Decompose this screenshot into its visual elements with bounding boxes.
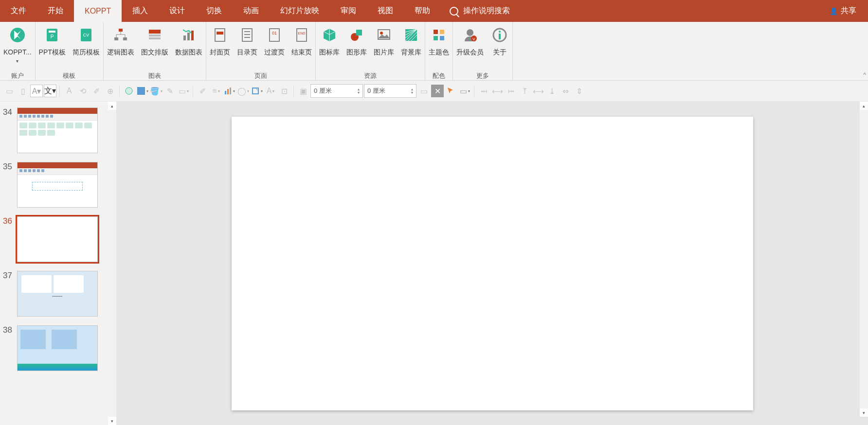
transition-page-button[interactable]: 01过渡页 [261, 26, 288, 70]
svg-rect-8 [123, 37, 127, 40]
shape-library-button[interactable]: 图形库 [343, 26, 370, 70]
scroll-down-button[interactable]: ▾ [108, 417, 116, 425]
cover-page-button[interactable]: 封面页 [206, 26, 234, 70]
svg-rect-6 [119, 29, 123, 32]
dist-v-icon: ⇕ [573, 85, 585, 97]
fill-color-button[interactable] [136, 85, 149, 97]
icon-library-button[interactable]: 图标库 [316, 26, 343, 70]
toc-page-button[interactable]: 目录页 [234, 26, 261, 70]
tab-view[interactable]: 视图 [367, 0, 404, 22]
slide-pane-scrollbar[interactable]: ▴ ▾ [108, 102, 116, 425]
align-left-icon: ▭ [3, 85, 16, 97]
svg-rect-7 [114, 37, 118, 40]
scroll-track[interactable] [860, 110, 868, 408]
share-button[interactable]: 共享 [818, 0, 868, 22]
background-library-button[interactable]: 背景库 [398, 26, 425, 70]
card-icon: ▭ [417, 85, 430, 97]
svg-rect-40 [227, 89, 229, 94]
tab-review[interactable]: 审阅 [330, 0, 367, 22]
pen-icon: ✎ [163, 85, 176, 97]
shapes-icon [348, 27, 365, 43]
tell-me-search[interactable]: 操作说明搜索 [450, 0, 510, 22]
theme-color-label: 主题色 [429, 48, 449, 56]
thumbnail [17, 325, 98, 371]
textbox-a-button[interactable]: A▾ [30, 85, 43, 97]
height-input[interactable]: 0 厘米▴▾ [364, 84, 416, 98]
chart-button[interactable] [223, 85, 236, 97]
shape-circle-button[interactable] [123, 85, 135, 97]
tab-help[interactable]: 帮助 [404, 0, 441, 22]
upgrade-button[interactable]: V升级会员 [453, 26, 487, 70]
collapse-ribbon-button[interactable]: ^ [863, 71, 866, 78]
ribbon-group-account-label: 账户 [0, 70, 35, 83]
slide-thumb-35[interactable]: 35 [0, 162, 108, 208]
slide-list[interactable]: 34 35 36 37 ▪▪▪▪▪▪▪▪▪▪▪▪ 38 [0, 102, 108, 425]
close-x-button[interactable]: ✕ [431, 85, 444, 97]
upgrade-label: 升级会员 [456, 48, 484, 56]
about-label: 关于 [493, 48, 506, 56]
svg-text:01: 01 [272, 31, 277, 35]
tab-home[interactable]: 开始 [37, 0, 74, 22]
ribbon-group-resource: 图标库 图形库 图片库 背景库 资源 [316, 22, 425, 80]
end-page-label: 结束页 [291, 48, 312, 56]
svg-rect-13 [187, 33, 190, 40]
layout-button[interactable]: 图文排版 [138, 26, 172, 70]
ppt-template-button[interactable]: P PPT模板 [36, 26, 69, 70]
scroll-up-button[interactable]: ▴ [860, 102, 868, 110]
svg-text:V: V [472, 37, 475, 41]
textbox-wen-button[interactable]: 文▾ [44, 85, 56, 97]
logic-chart-button[interactable]: 逻辑图表 [104, 26, 138, 70]
tab-animation[interactable]: 动画 [233, 0, 270, 22]
tab-koppt[interactable]: KOPPT [74, 0, 122, 22]
thumbnail [17, 216, 98, 262]
image-library-label: 图片库 [374, 48, 394, 56]
main-area: 34 35 36 37 ▪▪▪▪▪▪▪▪▪▪▪▪ 38 ▴ ▾ [0, 102, 868, 425]
theme-color-button[interactable]: 主题色 [425, 26, 452, 70]
end-page-button[interactable]: END结束页 [288, 26, 315, 70]
fit-button[interactable]: ▭ [458, 85, 471, 97]
slide-thumb-38[interactable]: 38 [0, 325, 108, 371]
slide-thumb-36[interactable]: 36 [0, 216, 108, 262]
slide-thumb-34[interactable]: 34 [0, 107, 108, 153]
slide-number: 38 [0, 325, 17, 335]
scroll-down-button[interactable]: ▾ [860, 408, 868, 417]
ribbon: KOPPT... ▾ 账户 P PPT模板 CV 简历模板 模板 逻辑图表 [0, 22, 868, 81]
tab-slideshow[interactable]: 幻灯片放映 [270, 0, 330, 22]
koppt-account-label: KOPPT... [3, 48, 32, 56]
crop-shape-button[interactable] [251, 85, 263, 97]
about-button[interactable]: 关于 [487, 26, 512, 70]
tab-design[interactable]: 设计 [159, 0, 196, 22]
tab-insert[interactable]: 插入 [122, 0, 159, 22]
icon-library-label: 图标库 [319, 48, 340, 56]
scroll-up-button[interactable]: ▴ [108, 102, 116, 110]
align-t-icon: ⤒ [518, 85, 531, 97]
width-input[interactable]: 0 厘米▴▾ [310, 84, 363, 98]
ribbon-group-color-label: 配色 [425, 70, 452, 83]
data-chart-button[interactable]: 数据图表 [172, 26, 206, 70]
svg-text:CV: CV [83, 33, 90, 37]
select-button[interactable] [445, 85, 457, 97]
lightbulb-icon [450, 7, 458, 16]
image-library-button[interactable]: 图片库 [370, 26, 398, 70]
slide-number: 36 [0, 216, 17, 226]
tab-transition[interactable]: 切换 [196, 0, 233, 22]
width-value: 0 厘米 [314, 87, 332, 95]
ribbon-group-template: P PPT模板 CV 简历模板 模板 [36, 22, 104, 80]
hierarchy-icon [112, 27, 129, 43]
scroll-track[interactable] [108, 110, 116, 417]
spinner-icon[interactable]: ▴▾ [358, 88, 360, 94]
toc-page-icon [239, 27, 255, 43]
cover-page-icon [212, 27, 228, 43]
koppt-account-button[interactable]: KOPPT... ▾ [0, 26, 35, 70]
tab-file[interactable]: 文件 [0, 0, 37, 22]
svg-rect-27 [434, 30, 438, 34]
bucket-icon: 🪣 [150, 85, 163, 97]
spinner-icon[interactable]: ▴▾ [411, 88, 413, 94]
cv-template-button[interactable]: CV 简历模板 [69, 26, 103, 70]
svg-rect-20 [297, 29, 307, 41]
eyedropper2-icon: ✐ [196, 85, 209, 97]
slide-thumb-37[interactable]: 37 ▪▪▪▪▪▪▪▪▪▪▪▪ [0, 271, 108, 317]
ribbon-group-chart-label: 图表 [104, 70, 206, 83]
current-slide[interactable] [232, 117, 753, 410]
canvas-scrollbar-vertical[interactable]: ▴ ▾ [860, 102, 868, 417]
